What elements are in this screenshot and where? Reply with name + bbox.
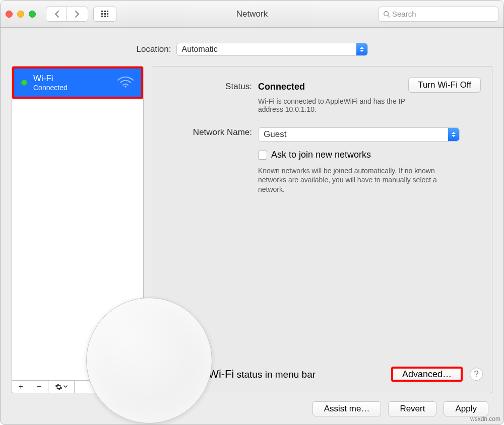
status-led-icon	[21, 80, 27, 86]
stepper-arrows-icon	[356, 43, 367, 55]
assist-me-button[interactable]: Assist me…	[312, 401, 382, 416]
ask-join-label: Ask to join new networks	[271, 150, 371, 160]
zoom-window-button[interactable]	[29, 11, 36, 18]
revert-button[interactable]: Revert	[388, 401, 436, 416]
status-label: Status:	[162, 82, 258, 113]
location-value: Automatic	[182, 45, 218, 54]
ask-join-checkbox[interactable]	[258, 151, 267, 160]
back-button[interactable]	[46, 7, 67, 22]
status-value: Connected	[258, 82, 305, 92]
chevron-right-icon	[75, 11, 80, 18]
chevron-down-icon	[64, 385, 68, 388]
sidebar-item-name: Wi-Fi	[33, 74, 68, 84]
show-all-button[interactable]	[93, 7, 116, 22]
nav-back-forward	[46, 7, 88, 22]
forward-button[interactable]	[67, 7, 88, 22]
ask-join-hint: Known networks will be joined automatica…	[258, 166, 445, 195]
svg-line-1	[388, 15, 390, 17]
watermark: wsxdn.com	[470, 415, 500, 422]
location-row: Location: Automatic	[1, 28, 503, 70]
search-icon	[383, 11, 390, 18]
network-name-label: Network Name:	[162, 127, 258, 194]
stepper-arrows-icon	[448, 128, 459, 141]
ask-join-checkbox-row: Ask to join new networks	[258, 150, 371, 160]
wifi-icon	[117, 76, 134, 89]
help-button[interactable]: ?	[470, 368, 483, 381]
sidebar-toolbar: + −	[12, 380, 144, 393]
svg-point-2	[124, 86, 127, 88]
network-name-value: Guest	[264, 129, 286, 139]
sidebar: Wi-Fi Connected + −	[12, 66, 144, 393]
detail-pane: Turn Wi-Fi Off Status: Connected Wi-Fi i…	[153, 66, 492, 393]
add-service-button[interactable]: +	[12, 381, 30, 393]
body: Wi-Fi Connected + −	[12, 66, 492, 393]
status-description: Wi-Fi is connected to AppleWiFi and has …	[258, 97, 424, 113]
network-name-select[interactable]: Guest	[258, 127, 460, 141]
search-placeholder: Search	[392, 10, 416, 18]
sidebar-item-status: Connected	[33, 84, 68, 92]
show-menubar-checkbox[interactable]: ✓	[164, 370, 173, 379]
network-name-row: Network Name: Guest Ask to join new netw…	[162, 127, 483, 194]
show-menubar-label-suffix: status in menu bar	[234, 369, 316, 380]
gear-icon	[55, 383, 68, 391]
apply-button[interactable]: Apply	[444, 401, 488, 416]
show-menubar-label-prefix: Show Wi-Fi	[177, 368, 234, 380]
show-menubar-checkbox-row: ✓ Show Wi-Fi status in menu bar	[164, 368, 316, 381]
close-window-button[interactable]	[6, 11, 13, 18]
detail-bottom-row: ✓ Show Wi-Fi status in menu bar Advanced…	[164, 367, 483, 382]
network-preferences-window: Network Search Location: Automatic Wi-Fi	[0, 0, 504, 425]
service-actions-menu[interactable]	[48, 381, 75, 393]
sidebar-item-wifi[interactable]: Wi-Fi Connected	[12, 66, 143, 99]
toggle-wifi-button[interactable]: Turn Wi-Fi Off	[408, 78, 481, 93]
remove-service-button[interactable]: −	[30, 381, 48, 393]
window-controls	[6, 11, 36, 18]
location-select[interactable]: Automatic	[176, 43, 368, 56]
titlebar: Network Search	[1, 1, 503, 28]
sidebar-item-text: Wi-Fi Connected	[33, 74, 68, 92]
chevron-left-icon	[54, 11, 59, 18]
minimize-window-button[interactable]	[17, 11, 24, 18]
grid-icon	[101, 11, 108, 18]
search-field[interactable]: Search	[379, 7, 498, 22]
advanced-button[interactable]: Advanced…	[391, 367, 463, 382]
footer-buttons: Assist me… Revert Apply	[312, 401, 488, 416]
location-label: Location:	[137, 44, 171, 54]
